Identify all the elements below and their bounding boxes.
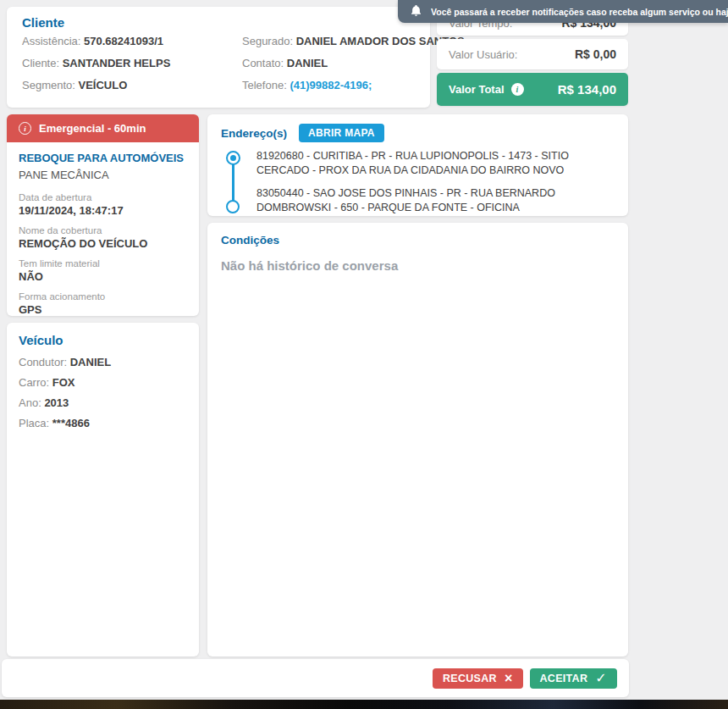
- destination-dot-icon: [226, 200, 240, 213]
- valor-usuario-value: R$ 0,00: [575, 47, 616, 61]
- emergencial-banner-text: Emergencial - 60min: [39, 122, 146, 135]
- contato-value: DANIEL: [287, 57, 328, 69]
- address-destination: 83050440 - SAO JOSE DOS PINHAIS - PR - R…: [221, 186, 615, 215]
- x-icon: ×: [505, 672, 513, 685]
- condutor-label: Condutor:: [19, 356, 67, 368]
- enderecos-title: Endereço(s): [221, 127, 287, 140]
- servico-subtitle: PANE MECÂNICA: [19, 169, 187, 181]
- telefone-link[interactable]: (41)99882-4196;: [290, 79, 372, 91]
- valor-total-value: R$ 134,00: [558, 82, 616, 97]
- cobertura-value: REMOÇÃO DO VEÍCULO: [19, 237, 187, 250]
- ano-value: 2013: [44, 396, 69, 409]
- address-list: 81920680 - CURITIBA - PR - RUA LUPIONOPO…: [207, 147, 628, 215]
- address-destination-text: 83050440 - SAO JOSE DOS PINHAIS - PR - R…: [256, 187, 555, 213]
- enderecos-card: Endereço(s) ABRIR MAPA 81920680 - CURITI…: [207, 114, 628, 216]
- valor-usuario-label: Valor Usuário:: [449, 48, 517, 61]
- desktop-background-strip: [0, 700, 728, 709]
- placa-value: ***4866: [52, 417, 90, 429]
- aceitar-button[interactable]: ACEITAR ✓: [530, 668, 617, 689]
- abrir-mapa-button[interactable]: ABRIR MAPA: [299, 124, 384, 142]
- check-icon: ✓: [595, 672, 607, 685]
- cliente-field: Cliente: SANTANDER HELPS: [22, 57, 170, 69]
- assistencia-field: Assistência: 570.68241093/1: [22, 35, 163, 47]
- contato-label: Contato:: [242, 57, 284, 69]
- assistencia-value: 570.68241093/1: [84, 35, 163, 47]
- veiculo-card: Veículo Condutor: DANIEL Carro: FOX Ano:…: [7, 323, 199, 656]
- limite-material-field: Tem limite material NÃO: [19, 258, 187, 283]
- recusar-label: RECUSAR: [443, 673, 497, 684]
- servico-title: REBOQUE PARA AUTOMÓVEIS: [19, 152, 187, 164]
- recusar-button[interactable]: RECUSAR ×: [433, 668, 523, 689]
- origin-dot-icon: [226, 151, 240, 165]
- segmento-label: Segmento:: [22, 79, 75, 91]
- limite-material-label: Tem limite material: [19, 258, 187, 269]
- info-icon[interactable]: i: [511, 83, 524, 96]
- ano-label: Ano:: [19, 396, 41, 409]
- segurado-field: Segurado: DANIEL AMADOR DOS SANTOS: [242, 35, 465, 47]
- cliente-value: SANTANDER HELPS: [63, 57, 171, 69]
- forma-acionamento-field: Forma acionamento GPS: [19, 291, 187, 316]
- condicoes-title: Condições: [221, 234, 615, 246]
- footer-action-bar: RECUSAR × ACEITAR ✓: [2, 659, 629, 697]
- assistencia-label: Assistência:: [22, 35, 80, 47]
- cobertura-label: Nome da cobertura: [19, 225, 187, 235]
- placa-label: Placa:: [19, 417, 49, 429]
- no-history-message: Não há histórico de conversa: [221, 258, 615, 273]
- telefone-label: Telefone:: [242, 79, 287, 91]
- info-circle-icon: i: [19, 122, 31, 135]
- valor-total-row: Valor Total i R$ 134,00: [437, 73, 628, 106]
- valor-usuario-row: Valor Usuário: R$ 0,00: [437, 39, 628, 69]
- condutor-value: DANIEL: [70, 356, 111, 368]
- segurado-label: Segurado:: [242, 35, 293, 47]
- notification-toast[interactable]: Você passará a receber notificações caso…: [398, 0, 728, 23]
- carro-value: FOX: [52, 376, 75, 389]
- notification-message: Você passará a receber notificações caso…: [431, 7, 728, 17]
- cobertura-field: Nome da cobertura REMOÇÃO DO VEÍCULO: [19, 225, 187, 250]
- veiculo-title: Veículo: [19, 333, 187, 347]
- address-origin-text: 81920680 - CURITIBA - PR - RUA LUPIONOPO…: [256, 150, 569, 176]
- cliente-card: Cliente Assistência: 570.68241093/1 Clie…: [7, 7, 430, 108]
- carro-label: Carro:: [19, 376, 49, 389]
- limite-material-value: NÃO: [19, 270, 187, 283]
- servico-card: i Emergencial - 60min REBOQUE PARA AUTOM…: [7, 114, 199, 316]
- segmento-value: VEÍCULO: [79, 79, 128, 91]
- contato-field: Contato: DANIEL: [242, 57, 328, 69]
- carro-field: Carro: FOX: [19, 376, 187, 389]
- segmento-field: Segmento: VEÍCULO: [22, 79, 127, 91]
- placa-field: Placa: ***4866: [19, 417, 187, 429]
- data-abertura-label: Data de abertura: [19, 192, 187, 202]
- ano-field: Ano: 2013: [19, 396, 187, 409]
- forma-acionamento-label: Forma acionamento: [19, 291, 187, 302]
- cliente-title: Cliente: [22, 15, 64, 30]
- condutor-field: Condutor: DANIEL: [19, 356, 187, 368]
- data-abertura-value: 19/11/2024, 18:47:17: [19, 204, 187, 217]
- telefone-field: Telefone: (41)99882-4196;: [242, 79, 372, 91]
- forma-acionamento-value: GPS: [19, 303, 187, 316]
- emergencial-banner: i Emergencial - 60min: [7, 114, 199, 142]
- bell-icon: [410, 4, 422, 17]
- address-origin: 81920680 - CURITIBA - PR - RUA LUPIONOPO…: [221, 149, 615, 178]
- cliente-label: Cliente:: [22, 57, 59, 69]
- aceitar-label: ACEITAR: [540, 673, 588, 684]
- valor-total-text: Valor Total: [449, 83, 505, 96]
- valor-total-label: Valor Total i: [449, 83, 524, 96]
- condicoes-card: Condições Não há histórico de conversa: [207, 223, 628, 656]
- data-abertura-field: Data de abertura 19/11/2024, 18:47:17: [19, 192, 187, 217]
